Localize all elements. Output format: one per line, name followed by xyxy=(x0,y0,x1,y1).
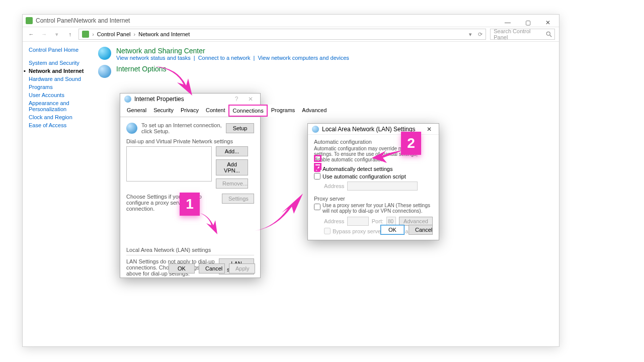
address-input xyxy=(347,182,418,191)
settings-button: Settings xyxy=(222,194,254,204)
sidebar-item-clock-region[interactable]: Clock and Region xyxy=(29,113,87,121)
chevron-right-icon: › xyxy=(134,31,136,37)
chevron-right-icon: › xyxy=(92,31,94,37)
network-sharing-icon xyxy=(98,47,111,60)
back-button[interactable]: ← xyxy=(27,30,36,39)
apply-button: Apply xyxy=(229,263,255,274)
checkbox-input[interactable] xyxy=(314,173,320,179)
dialup-listbox[interactable] xyxy=(126,146,212,182)
maximize-button[interactable]: ▢ xyxy=(521,18,535,28)
auto-detect-label: Automatically detect settings xyxy=(323,166,392,172)
link-view-network-status[interactable]: View network status and tasks xyxy=(116,55,191,61)
sidebar: Control Panel Home System and Security N… xyxy=(23,42,93,134)
link-connect-network[interactable]: Connect to a network xyxy=(198,55,251,61)
sidebar-item-ease-of-access[interactable]: Ease of Access xyxy=(29,121,87,129)
search-input[interactable]: Search Control Panel xyxy=(490,29,555,40)
cancel-button[interactable]: Cancel xyxy=(409,225,433,235)
forward-button: → xyxy=(40,30,49,39)
svg-point-0 xyxy=(546,32,550,35)
arrow-icon xyxy=(252,189,307,234)
proxy-address-label: Address xyxy=(324,218,344,224)
sidebar-item-appearance[interactable]: Appearance and Personalization xyxy=(29,99,87,113)
breadcrumb-item[interactable]: Control Panel xyxy=(97,31,131,37)
address-label: Address xyxy=(324,183,344,189)
ok-button[interactable]: OK xyxy=(380,225,405,235)
search-icon xyxy=(545,31,552,38)
network-sharing-title[interactable]: Network and Sharing Center xyxy=(116,47,349,55)
lan-group-label: Local Area Network (LAN) settings xyxy=(126,247,254,253)
sidebar-item-hardware-sound[interactable]: Hardware and Sound xyxy=(29,75,87,83)
tab-privacy[interactable]: Privacy xyxy=(177,105,202,117)
dialog-icon xyxy=(312,126,319,133)
navbar: ← → ▾ ↑ › Control Panel › Network and In… xyxy=(23,27,559,42)
refresh-icon[interactable]: ⟳ xyxy=(478,31,482,38)
proxy-desc: Use a proxy server for your LAN (These s… xyxy=(323,203,433,214)
add-vpn-button[interactable]: Add VPN... xyxy=(216,159,248,175)
dialog-tabs: General Security Privacy Content Connect… xyxy=(120,105,260,117)
svg-line-1 xyxy=(550,35,552,37)
window-title: Control Panel\Network and Internet xyxy=(36,17,130,24)
setup-text: To set up an Internet connection, click … xyxy=(141,122,226,134)
add-button[interactable]: Add... xyxy=(216,146,248,156)
arrow-icon xyxy=(371,149,406,164)
arrow-icon xyxy=(151,64,201,100)
port-label: Port: xyxy=(372,218,383,224)
tab-content[interactable]: Content xyxy=(202,105,229,117)
search-placeholder: Search Control Panel xyxy=(494,28,545,40)
proxy-checkbox[interactable]: Use a proxy server for your LAN (These s… xyxy=(314,203,433,214)
setup-button[interactable]: Setup xyxy=(226,123,254,133)
proxy-group-label: Proxy server xyxy=(314,196,433,202)
ok-button[interactable]: OK xyxy=(169,263,195,274)
window-titlebar: Control Panel\Network and Internet xyxy=(23,15,559,27)
cancel-button[interactable]: Cancel xyxy=(199,263,225,274)
recent-dropdown[interactable]: ▾ xyxy=(53,30,62,39)
control-panel-icon xyxy=(26,17,33,24)
up-button[interactable]: ↑ xyxy=(65,30,74,39)
tab-connections[interactable]: Connections xyxy=(228,105,267,117)
tab-security[interactable]: Security xyxy=(150,105,177,117)
close-button[interactable]: ✕ xyxy=(245,95,256,104)
breadcrumb-icon xyxy=(82,31,89,38)
proxy-address-input xyxy=(347,217,368,226)
tab-general[interactable]: General xyxy=(123,105,150,117)
sidebar-item-user-accounts[interactable]: User Accounts xyxy=(29,91,87,99)
auto-detect-checkbox[interactable]: Automatically detect settings xyxy=(314,165,433,172)
tab-programs[interactable]: Programs xyxy=(268,105,299,117)
globe-icon xyxy=(126,123,137,134)
callout-one: 1 xyxy=(180,193,200,216)
auto-script-label: Use automatic configuration script xyxy=(323,173,406,179)
arrow-icon xyxy=(197,211,222,236)
internet-properties-dialog: Internet Properties ? ✕ General Security… xyxy=(120,93,261,278)
internet-options-icon xyxy=(98,65,111,78)
choose-settings-text: Choose Settings if you need to configure… xyxy=(126,194,218,212)
link-view-network-computers[interactable]: View network computers and devices xyxy=(258,55,349,61)
sidebar-item-programs[interactable]: Programs xyxy=(29,83,87,91)
tab-advanced[interactable]: Advanced xyxy=(298,105,330,117)
checkbox-input[interactable] xyxy=(314,204,320,210)
breadcrumb-item[interactable]: Network and Internet xyxy=(138,31,190,37)
close-button[interactable]: ✕ xyxy=(424,125,435,134)
minimize-button[interactable]: — xyxy=(501,18,515,28)
breadcrumb-dropdown-icon[interactable]: ▾ xyxy=(469,31,472,38)
highlight-auto-detect xyxy=(314,155,321,162)
dialup-group-label: Dial-up and Virtual Private Network sett… xyxy=(126,138,254,144)
control-panel-window: Control Panel\Network and Internet — ▢ ✕… xyxy=(22,14,559,347)
dialog-icon xyxy=(124,96,131,103)
control-panel-home-link[interactable]: Control Panel Home xyxy=(29,47,87,53)
auto-script-checkbox[interactable]: Use automatic configuration script xyxy=(314,173,433,179)
remove-button: Remove... xyxy=(216,178,248,189)
highlight-auto-script xyxy=(314,163,321,170)
sidebar-item-system-security[interactable]: System and Security xyxy=(29,59,87,67)
sidebar-item-network-internet[interactable]: Network and Internet xyxy=(29,67,87,75)
close-button[interactable]: ✕ xyxy=(541,18,555,28)
checkbox-input xyxy=(324,228,331,234)
help-button[interactable]: ? xyxy=(231,95,242,104)
breadcrumb[interactable]: › Control Panel › Network and Internet ▾… xyxy=(78,29,486,40)
network-sharing-links: View network status and tasks|Connect to… xyxy=(116,55,349,61)
